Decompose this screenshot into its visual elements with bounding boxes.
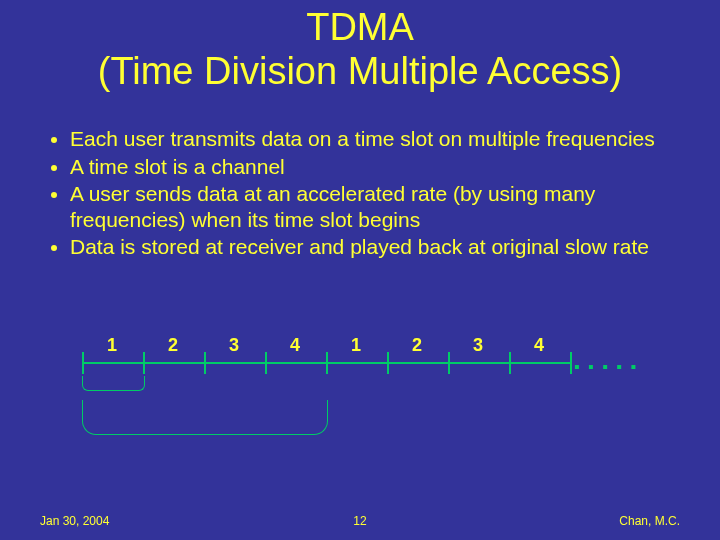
axis-continuation-dots: ▪ ▪ ▪ ▪ ▪ [574, 358, 638, 376]
slot-label: 2 [387, 335, 447, 356]
bullet-list: Each user transmits data on a time slot … [40, 126, 680, 262]
slot-label: 2 [143, 335, 203, 356]
slot-label: 4 [509, 335, 569, 356]
large-bracket [82, 400, 328, 435]
bullet-item: A user sends data at an accelerated rate… [70, 181, 680, 232]
slide: TDMA (Time Division Multiple Access) Eac… [0, 0, 720, 540]
tick [570, 352, 572, 374]
bullet-item: Each user transmits data on a time slot … [70, 126, 680, 152]
slot-label: 1 [82, 335, 142, 356]
slot-label: 3 [204, 335, 264, 356]
bullet-item: A time slot is a channel [70, 154, 680, 180]
tdma-timeline: ▪ ▪ ▪ ▪ ▪ 1 2 3 4 1 2 3 4 [62, 330, 652, 460]
footer-page: 12 [0, 514, 720, 528]
bullet-item: Data is stored at receiver and played ba… [70, 234, 680, 260]
slot-label: 1 [326, 335, 386, 356]
slide-title: TDMA (Time Division Multiple Access) [0, 6, 720, 93]
slot-label: 4 [265, 335, 325, 356]
title-line2: (Time Division Multiple Access) [0, 50, 720, 94]
slot-label: 3 [448, 335, 508, 356]
title-line1: TDMA [0, 6, 720, 50]
small-bracket [82, 376, 145, 391]
footer-author: Chan, M.C. [619, 514, 680, 528]
